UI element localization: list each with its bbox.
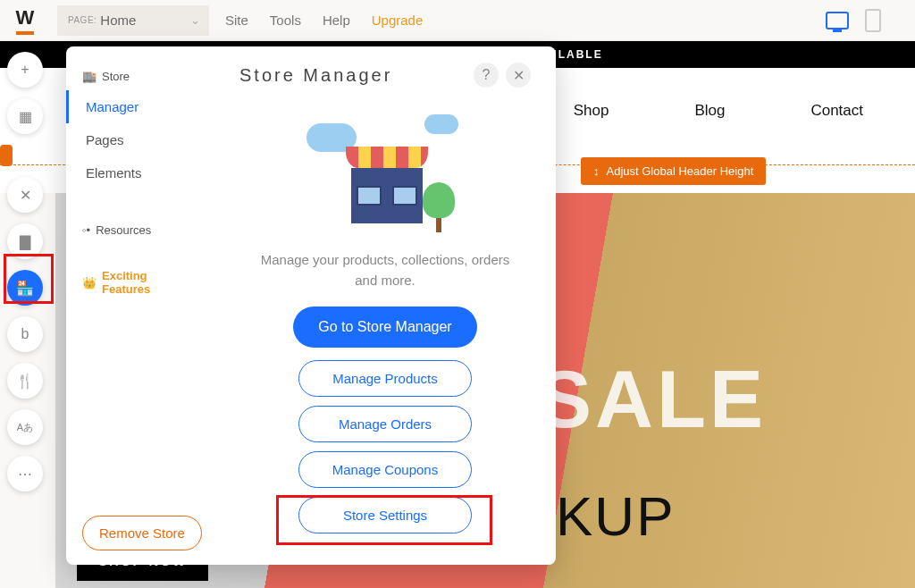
layout-button[interactable]: ▦ [7, 98, 43, 134]
translate-button[interactable]: Aあ [7, 409, 43, 445]
restaurant-button[interactable]: 🍴 [7, 363, 43, 399]
folder-icon: ▇ [20, 233, 30, 250]
chat-button[interactable]: b [7, 316, 43, 352]
sidebar-item-manager[interactable]: Manager [66, 90, 214, 123]
manage-products-button[interactable]: Manage Products [298, 360, 472, 397]
help-button[interactable]: ? [474, 63, 499, 88]
nav-help[interactable]: Help [323, 13, 350, 28]
sidebar-item-elements[interactable]: Elements [66, 156, 214, 189]
logo-w-icon: W [16, 6, 35, 29]
manage-coupons-button[interactable]: Manage Coupons [298, 451, 472, 488]
sidebar-exciting-features[interactable]: 👑 Exciting Features [66, 260, 214, 305]
grid-icon: ▦ [19, 108, 32, 125]
plus-icon: + [21, 62, 29, 78]
adjust-header-label: Adjust Global Header Height [607, 164, 754, 178]
page-value: Home [100, 13, 136, 28]
close-icon: ✕ [513, 67, 525, 84]
top-nav: Site Tools Help Upgrade [225, 13, 423, 28]
tree-icon [423, 182, 455, 232]
close-button[interactable]: ✕ [506, 63, 531, 88]
sidebar-store-label: Store [102, 70, 130, 83]
page-selector[interactable]: PAGE: Home ⌄ [57, 5, 209, 36]
cloud-icon [424, 114, 458, 134]
chevron-down-icon: ⌄ [190, 13, 200, 27]
sidebar-heading-resources: ◦• Resources [66, 216, 214, 244]
drag-handle[interactable] [0, 145, 13, 166]
store-settings-button[interactable]: Store Settings [298, 497, 472, 533]
chat-icon: b [21, 326, 29, 342]
modal-main: Store Manager ? ✕ Manage your products, … [214, 46, 556, 565]
topbar: W PAGE: Home ⌄ Site Tools Help Upgrade [0, 0, 915, 41]
sidebar-resources-label: Resources [96, 223, 151, 237]
resize-vertical-icon: ↕ [593, 164, 600, 178]
page-label: PAGE: [68, 15, 97, 25]
nav-upgrade[interactable]: Upgrade [372, 13, 424, 28]
resources-icon: ◦• [82, 223, 90, 237]
modal-sidebar: 🏬 Store Manager Pages Elements ◦• Resour… [66, 46, 214, 565]
add-element-button[interactable]: + [7, 52, 43, 88]
more-icon: ⋯ [18, 466, 32, 483]
logo-bar [16, 31, 34, 35]
sitenav-contact[interactable]: Contact [810, 102, 863, 120]
shop-icon [346, 147, 428, 223]
logo[interactable]: W [9, 6, 41, 35]
adjust-header-button[interactable]: ↕ Adjust Global Header Height [581, 157, 766, 185]
more-button[interactable]: ⋯ [7, 456, 43, 491]
nav-site[interactable]: Site [225, 13, 248, 28]
sidebar-heading-store: 🏬 Store [66, 63, 214, 90]
tools-icon: ✕ [20, 187, 31, 204]
nav-tools[interactable]: Tools [270, 13, 301, 28]
tablet-icon[interactable] [865, 9, 881, 32]
store-small-icon: 🏬 [82, 70, 97, 83]
fork-icon: 🍴 [16, 373, 34, 390]
sitenav-blog[interactable]: Blog [694, 102, 725, 120]
translate-icon: Aあ [17, 421, 33, 434]
sidebar-item-pages[interactable]: Pages [66, 123, 214, 156]
question-icon: ? [483, 67, 491, 83]
highlight-store-button [4, 254, 54, 304]
hero-kup-text: KUP [556, 484, 675, 548]
modal-title: Store Manager [239, 65, 392, 86]
crown-icon: 👑 [82, 276, 97, 290]
manage-orders-button[interactable]: Manage Orders [298, 406, 472, 442]
desktop-icon[interactable] [826, 12, 849, 29]
store-manager-modal: 🏬 Store Manager Pages Elements ◦• Resour… [66, 46, 556, 565]
exciting-label: Exciting Features [102, 269, 198, 296]
modal-description: Manage your products, collections, order… [260, 250, 510, 290]
hero-sale-text: SALE [538, 354, 767, 446]
store-illustration [305, 107, 466, 241]
device-switcher [826, 9, 906, 32]
remove-store-wrap: Remove Store [82, 516, 202, 550]
tools-button[interactable]: ✕ [7, 177, 43, 213]
go-store-manager-button[interactable]: Go to Store Manager [293, 307, 476, 348]
sitenav-shop[interactable]: Shop [574, 102, 609, 120]
remove-store-button[interactable]: Remove Store [82, 516, 202, 550]
